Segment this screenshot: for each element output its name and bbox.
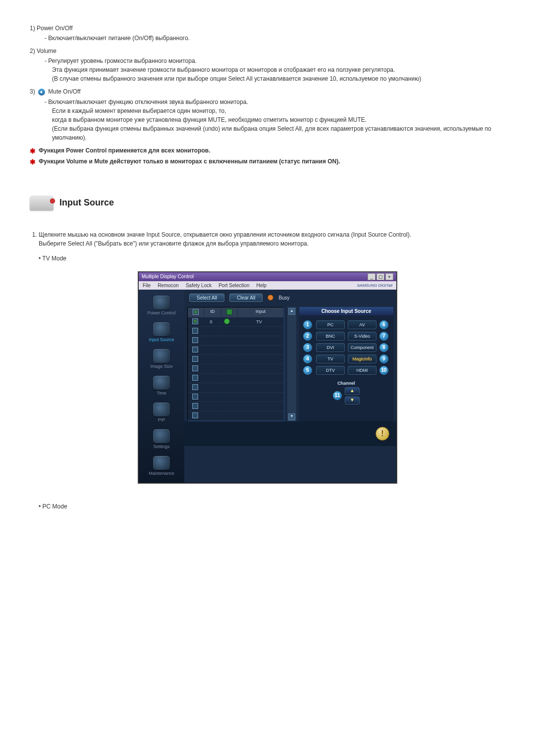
item-line: - Регулирует уровень громкости выбранног… [45,56,505,65]
row-checkbox[interactable] [192,384,198,390]
source-bnc-button[interactable]: BNC [316,332,345,341]
row-checkbox[interactable] [192,328,198,334]
menu-remocon[interactable]: Remocon [158,283,179,288]
item-title: Mute On/Off [48,88,80,95]
item-number: 1) [30,25,35,32]
footer-bar: ! [184,421,396,446]
bullet-tv-mode: • TV Mode [39,255,505,262]
col-checkbox[interactable] [188,307,204,317]
source-dvi-button[interactable]: DVI [316,343,345,352]
sidebar: Power Control Input Source Image Size Ti… [139,290,184,483]
scrollbar[interactable]: ▲ ▼ [287,307,296,421]
row-checkbox[interactable] [192,412,198,418]
source-badge: 9 [379,354,388,363]
status-dot-icon [224,318,230,324]
choose-input-source-panel: Choose Input Source 1 PC AV 6 2 BNC S-Vi… [299,307,393,421]
note-text: Функции Volume и Mute действуют только в… [39,158,340,166]
item-line: Эта функция принимает значение громкости… [52,65,505,74]
table-row[interactable]: 0 TV [188,317,284,327]
sidebar-item-maintenance[interactable]: Maintenance [140,454,183,479]
sidebar-item-input-source[interactable]: Input Source [140,320,183,345]
maximize-button[interactable]: ▢ [376,273,384,280]
minimize-button[interactable]: _ [368,273,375,280]
channel-down-button[interactable]: ▼ [345,397,360,404]
info-icon[interactable]: ! [375,427,389,441]
table-row[interactable] [188,411,284,421]
sidebar-item-power-control[interactable]: Power Control [140,294,183,318]
source-badge: 10 [379,366,388,375]
clear-all-button[interactable]: Clear All [229,294,263,302]
item-line: когда в выбранном мониторе уже установле… [52,115,505,124]
table-row[interactable] [188,355,284,364]
settings-icon [153,429,170,443]
star-icon: ✱ [30,147,36,155]
source-badge: 2 [303,332,312,341]
sidebar-item-time[interactable]: Time [140,374,183,399]
item-title: Volume [37,48,56,54]
note-text: Функция Power Control применяется для вс… [39,147,211,155]
panel-title: Choose Input Source [299,307,393,315]
table-row[interactable] [188,374,284,383]
source-component-button[interactable]: Component [348,343,376,352]
table-row[interactable] [188,346,284,355]
source-svideo-button[interactable]: S-Video [348,332,376,341]
busy-indicator-icon [268,295,273,301]
window-title: Multiple Display Control [142,274,194,279]
section-header: Input Source [30,196,505,210]
item-number: 3) [30,88,35,95]
row-checkbox[interactable] [192,375,198,381]
source-pc-button[interactable]: PC [316,320,345,329]
source-badge: 6 [379,320,388,329]
input-source-nav-icon [153,322,170,336]
sidebar-item-pip[interactable]: PIP [140,401,183,425]
table-row[interactable] [188,364,284,374]
item-number: 2) [30,48,35,54]
source-tv-button[interactable]: TV [316,354,345,363]
toolbar: Select All Clear All Busy [184,290,396,307]
source-av-button[interactable]: AV [348,320,376,329]
star-icon: ✱ [30,158,36,166]
item-title: Power On/Off [37,25,72,32]
source-magicinfo-button[interactable]: MagicInfo [348,354,376,363]
row-id: 0 [203,318,219,325]
busy-label: Busy [278,295,289,301]
sidebar-item-settings[interactable]: Settings [140,427,183,452]
row-checkbox[interactable] [192,403,198,409]
row-checkbox[interactable] [192,356,198,362]
instruction-step: Щелкните мышью на основном значке Input … [39,230,505,248]
source-badge: 5 [303,366,312,375]
item-block: 1) Power On/Off - Включает/выключает пит… [30,25,505,142]
row-checkbox[interactable] [192,318,198,324]
menu-safety-lock[interactable]: Safety Lock [186,283,212,288]
table-row[interactable] [188,383,284,393]
source-badge: 3 [303,343,312,352]
monitor-grid: ID Input 0 TV [187,307,284,421]
scroll-up-button[interactable]: ▲ [288,308,295,315]
sidebar-item-image-size[interactable]: Image Size [140,347,183,372]
time-icon [153,376,170,390]
source-dtv-button[interactable]: DTV [316,366,345,375]
table-row[interactable] [188,402,284,411]
menu-help[interactable]: Help [256,283,267,288]
menu-file[interactable]: File [143,283,151,288]
row-checkbox[interactable] [192,365,198,371]
source-badge: 1 [303,320,312,329]
select-all-button[interactable]: Select All [189,294,224,302]
menu-port-selection[interactable]: Port Selection [218,283,249,288]
table-row[interactable] [188,327,284,336]
table-row[interactable] [188,393,284,402]
channel-up-button[interactable]: ▲ [345,387,360,395]
row-checkbox[interactable] [192,347,198,353]
col-status [221,307,238,317]
row-checkbox[interactable] [192,337,198,343]
row-checkbox[interactable] [192,394,198,400]
close-button[interactable]: × [385,273,393,280]
power-icon [153,296,170,309]
source-hdmi-button[interactable]: HDMI [348,366,376,375]
scroll-down-button[interactable]: ▼ [288,413,295,420]
channel-label: Channel [299,381,393,386]
image-size-icon [153,349,170,363]
titlebar: Multiple Display Control _ ▢ × [139,272,396,281]
table-row[interactable] [188,336,284,346]
app-window: Multiple Display Control _ ▢ × File Remo… [138,272,397,483]
